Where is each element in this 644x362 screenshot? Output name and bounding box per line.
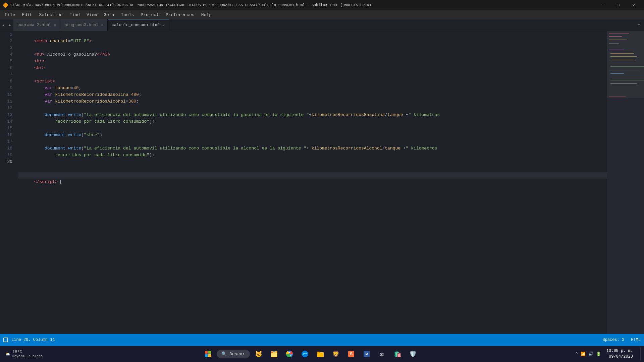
clock-date: 09/04/2023 [606, 354, 633, 360]
status-position[interactable]: Line 20, Column 11 [11, 338, 55, 342]
tray-chevron[interactable]: ^ [576, 352, 578, 356]
taskbar-search[interactable]: 🔍 Buscar [217, 350, 250, 358]
tab-close-calculo[interactable]: ✕ [163, 23, 165, 27]
menu-edit[interactable]: Edit [18, 11, 36, 19]
editor-container: 1 2 3 4 5 6 7 8 9 10 11 12 13 14 15 16 1… [0, 31, 644, 350]
code-line-2 [18, 38, 607, 45]
taskbar-word[interactable]: W [360, 347, 373, 361]
tab-close-programa3[interactable]: ✕ [101, 23, 103, 27]
line-num-15: 15 [0, 125, 12, 132]
taskbar-right: ^ 📶 🔊 🔋 10:00 p. m. 09/04/2023 [576, 347, 641, 361]
taskbar-files[interactable]: 🗂️ [267, 347, 281, 361]
line-num-3: 3 [0, 45, 12, 51]
menu-bar: File Edit Selection Find View Goto Tools… [0, 10, 644, 19]
code-line-20: </script> [18, 172, 607, 179]
menu-goto[interactable]: Goto [100, 11, 117, 19]
title-bar: 🔶 C:\Users\S_Dav\OneDrive\Documentos\NEX… [0, 0, 644, 10]
svg-rect-19 [208, 354, 211, 357]
taskbar-sublime[interactable]: S [344, 347, 358, 361]
status-indicator [3, 338, 8, 342]
code-line-16: document.write("La eficiencia del automo… [18, 138, 607, 145]
tab-pograma2[interactable]: pograma 2.html ✕ [13, 19, 60, 31]
menu-selection[interactable]: Selection [36, 11, 66, 19]
line-num-10: 10 [0, 92, 12, 98]
tab-next-button[interactable]: ▶ [7, 19, 13, 31]
tab-label: programa3.html [64, 23, 98, 27]
code-line-19 [18, 165, 607, 172]
weather-temp: 18°C [12, 350, 43, 355]
menu-file[interactable]: File [1, 11, 18, 19]
tab-close-pograma2[interactable]: ✕ [54, 23, 56, 27]
line-num-7: 7 [0, 71, 12, 78]
line-num-19: 19 [0, 152, 12, 159]
taskbar-store[interactable]: 🛍️ [391, 347, 404, 361]
svg-rect-15 [607, 31, 644, 98]
menu-view[interactable]: View [83, 11, 100, 19]
line-num-11: 11 [0, 98, 12, 105]
line-num-16: 16 [0, 132, 12, 138]
line-num-20: 20 [0, 159, 12, 165]
tray-area: ^ 📶 🔊 🔋 [576, 352, 601, 357]
minimap [607, 31, 644, 350]
status-bar: Line 20, Column 11 Spaces: 3 HTML [0, 334, 644, 346]
line-num-5: 5 [0, 58, 12, 65]
line-num-1: 1 [0, 31, 12, 38]
svg-rect-16 [205, 351, 208, 354]
svg-text:S: S [350, 352, 352, 357]
status-syntax[interactable]: HTML [631, 338, 641, 342]
taskbar-files-explorer[interactable] [314, 347, 327, 361]
tab-calculo-consumo[interactable]: calculo_consumo.html ✕ [108, 19, 169, 31]
weather-icon: 🌥️ [5, 352, 10, 357]
tab-bar: ◀ ▶ pograma 2.html ✕ programa3.html ✕ ca… [0, 19, 644, 31]
app-icon: 🔶 [3, 2, 8, 8]
line-num-9: 9 [0, 85, 12, 92]
line-num-18: 18 [0, 145, 12, 152]
tab-programa3[interactable]: programa3.html ✕ [60, 19, 107, 31]
volume-icon[interactable]: 🔊 [588, 352, 593, 357]
svg-text:W: W [365, 352, 368, 356]
new-tab-button[interactable]: + [634, 19, 644, 31]
menu-find[interactable]: Find [66, 11, 83, 19]
status-right: Spaces: 3 HTML [602, 338, 641, 342]
svg-rect-17 [208, 351, 211, 354]
code-line-1: <meta charset="UTF-8"> [18, 31, 607, 38]
taskbar-left: 🌥️ 18°C Mayorm. nublado [3, 350, 45, 358]
tab-prev-button[interactable]: ◀ [0, 19, 7, 31]
tab-label: pograma 2.html [17, 23, 51, 27]
code-line-14: document.write("<br>") [18, 125, 607, 132]
start-button[interactable] [201, 347, 215, 361]
status-spaces[interactable]: Spaces: 3 [602, 338, 624, 342]
taskbar-mail[interactable]: ✉️ [375, 347, 389, 361]
taskbar-chrome[interactable] [283, 347, 296, 361]
line-numbers: 1 2 3 4 5 6 7 8 9 10 11 12 13 14 15 16 1… [0, 31, 15, 350]
taskbar-edge[interactable] [298, 347, 312, 361]
weather-widget: 🌥️ 18°C Mayorm. nublado [3, 350, 45, 358]
code-line-12: document.write("La eficiencia del automo… [18, 105, 607, 112]
menu-tools[interactable]: Tools [117, 11, 137, 19]
line-num-17: 17 [0, 138, 12, 145]
battery-icon[interactable]: 🔋 [596, 352, 601, 357]
line-num-14: 14 [0, 118, 12, 125]
clock[interactable]: 10:00 p. m. 09/04/2023 [604, 348, 636, 360]
taskbar-emoji-app[interactable]: 🐱 [252, 347, 265, 361]
code-line-7: <script> [18, 71, 607, 78]
search-label: Buscar [229, 352, 245, 357]
svg-rect-24 [317, 352, 324, 357]
editor-content[interactable]: <meta charset="UTF-8"> <h3>¿Alcohol o ga… [15, 31, 607, 350]
code-line-15 [18, 132, 607, 138]
wifi-icon[interactable]: 📶 [581, 352, 586, 357]
menu-project[interactable]: Project [137, 11, 162, 19]
taskbar-brave[interactable]: 🦁 [329, 347, 342, 361]
code-line-9: var kilometrosRecorridosGasolina=480; [18, 85, 607, 92]
show-desktop-button[interactable] [640, 347, 641, 361]
maximize-button[interactable]: □ [610, 0, 626, 10]
code-line-18 [18, 159, 607, 165]
code-line-8: var tanque=40; [18, 78, 607, 85]
close-button[interactable]: ✕ [626, 0, 641, 10]
menu-preferences[interactable]: Preferences [162, 11, 198, 19]
taskbar-norton[interactable]: 🛡️ [406, 347, 420, 361]
status-left: Line 20, Column 11 [3, 338, 55, 342]
menu-help[interactable]: Help [198, 11, 215, 19]
svg-rect-18 [205, 354, 208, 357]
minimize-button[interactable]: ─ [595, 0, 610, 10]
